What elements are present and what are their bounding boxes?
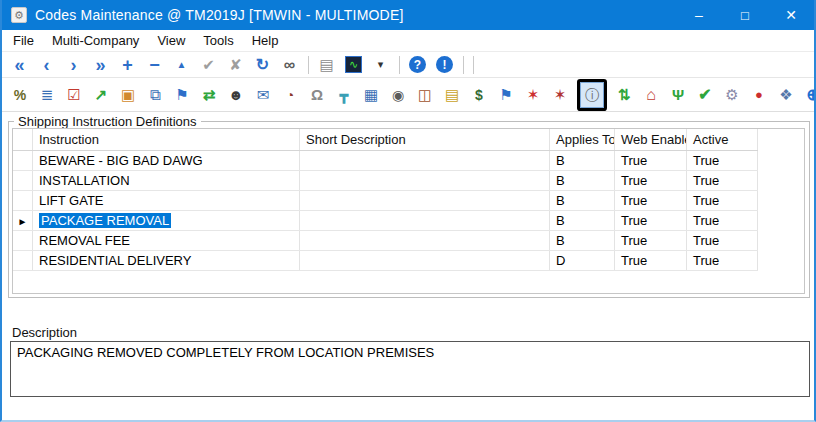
export-card-button[interactable]: ⇄	[197, 82, 221, 108]
grid-header-row: Instruction Short Description Applies To…	[13, 129, 758, 151]
add-record-button[interactable]: +	[116, 53, 139, 76]
row-selector-cell	[13, 231, 33, 250]
column-header-short-description[interactable]: Short Description	[300, 129, 550, 150]
next-record-button[interactable]: ›	[62, 53, 85, 76]
print-icon: ▤	[318, 56, 335, 73]
horseshoe-icon: Ω	[309, 86, 326, 103]
flag-button[interactable]: ⚑	[170, 82, 194, 108]
row-selector-cell	[13, 151, 33, 170]
refresh-button[interactable]: ↻	[251, 53, 274, 76]
selected-cell-text: PACKAGE REMOVAL	[39, 213, 171, 228]
print-button[interactable]: ▤	[315, 53, 338, 76]
column-header-active[interactable]: Active	[687, 129, 758, 150]
cell-web-enabled: True	[615, 171, 687, 190]
table-row[interactable]: REMOVAL FEEBTrueTrue	[13, 231, 758, 251]
network-button[interactable]: ✶	[548, 82, 572, 108]
monitor-dropdown-button[interactable]: ▾	[369, 53, 392, 76]
checklist-button[interactable]: ☑	[62, 82, 86, 108]
save-icon: ✔	[200, 56, 217, 73]
globe-button[interactable]: ⊕	[801, 82, 816, 108]
transfer-button[interactable]: ⇅	[612, 82, 636, 108]
cell-web-enabled: True	[615, 191, 687, 210]
org-chart-button[interactable]: ┳	[332, 82, 356, 108]
camera-button[interactable]: ◉	[386, 82, 410, 108]
menu-item-file[interactable]: File	[4, 30, 43, 51]
row-selector-cell: ►	[13, 211, 33, 230]
column-header-instruction[interactable]: Instruction	[33, 129, 300, 150]
menu-bar: FileMulti-CompanyViewToolsHelp	[2, 30, 814, 52]
gauge-icon: ◔	[282, 86, 299, 103]
edit-record-icon: ▲	[173, 56, 190, 73]
help-button[interactable]: ?	[406, 53, 429, 76]
cell-short-description	[300, 231, 550, 250]
notes-button[interactable]: ≣	[35, 82, 59, 108]
menu-item-tools[interactable]: Tools	[194, 30, 242, 51]
horseshoe-button[interactable]: Ω	[305, 82, 329, 108]
grid-columns-block: Instruction Short Description Applies To…	[13, 129, 758, 271]
mail-check-button[interactable]: ✉	[251, 82, 275, 108]
cancel-button[interactable]: ✘	[224, 53, 247, 76]
shipping-instructions-button[interactable]: ⓘ	[580, 82, 604, 108]
flag-icon: ⚑	[174, 86, 191, 103]
routing-flag-button[interactable]: ⚑	[494, 82, 518, 108]
gauge-button[interactable]: ◔	[278, 82, 302, 108]
find-button[interactable]: ∞	[278, 53, 301, 76]
table-row[interactable]: BEWARE - BIG BAD DAWGBTrueTrue	[13, 151, 758, 171]
car-button[interactable]: ●	[747, 82, 771, 108]
shipping-instruction-definitions-group: Shipping Instruction Definitions Instruc…	[8, 121, 810, 298]
chart-button[interactable]: ↗	[89, 82, 113, 108]
shipping-instructions-grid[interactable]: Instruction Short Description Applies To…	[12, 128, 805, 294]
next-record-icon: ›	[65, 56, 82, 74]
table-row[interactable]: LIFT GATEBTrueTrue	[13, 191, 758, 211]
cell-active: True	[687, 211, 758, 230]
calendar-icon: ▦	[363, 86, 380, 103]
toolbar-separator	[399, 56, 400, 74]
table-row[interactable]: RESIDENTIAL DELIVERYDTrueTrue	[13, 251, 758, 271]
gears-button[interactable]: ⚙	[720, 82, 744, 108]
compass-button[interactable]: ❖	[774, 82, 798, 108]
table-row[interactable]: ►PACKAGE REMOVALBTrueTrue	[13, 211, 758, 231]
approve-button[interactable]: ✔	[693, 82, 717, 108]
previous-record-button[interactable]: ‹	[35, 53, 58, 76]
menu-item-help[interactable]: Help	[243, 30, 288, 51]
supplies-button[interactable]: ▤	[440, 82, 464, 108]
calendar-button[interactable]: ▦	[359, 82, 383, 108]
gears-icon: ⚙	[724, 86, 741, 103]
close-button[interactable]: ✕	[768, 0, 814, 30]
cell-active: True	[687, 171, 758, 190]
compass-icon: ❖	[778, 86, 795, 103]
last-record-button[interactable]: »	[89, 53, 112, 76]
invoice-button[interactable]: $	[467, 82, 491, 108]
cell-applies-to: B	[550, 151, 615, 170]
package-button[interactable]: ▣	[116, 82, 140, 108]
copy-check-button[interactable]: ⧉	[143, 82, 167, 108]
home-button[interactable]: ⌂	[639, 82, 663, 108]
about-button[interactable]: !	[433, 53, 456, 76]
cell-active: True	[687, 251, 758, 270]
save-button[interactable]: ✔	[197, 53, 220, 76]
delete-record-button[interactable]: −	[143, 53, 166, 76]
first-record-button[interactable]: «	[8, 53, 31, 76]
table-row[interactable]: INSTALLATIONBTrueTrue	[13, 171, 758, 191]
description-field[interactable]: PACKAGING REMOVED COMPLETELY FROM LOCATI…	[10, 341, 810, 397]
minimize-button[interactable]: –	[676, 0, 722, 30]
maximize-button[interactable]: □	[722, 0, 768, 30]
store-button[interactable]: ◫	[413, 82, 437, 108]
cell-web-enabled: True	[615, 231, 687, 250]
package-icon: ▣	[120, 86, 137, 103]
person-button[interactable]: ☻	[224, 82, 248, 108]
column-header-applies-to[interactable]: Applies To	[550, 129, 615, 150]
tree-button[interactable]: Ψ	[666, 82, 690, 108]
column-header-web-enabled[interactable]: Web Enabled	[615, 129, 687, 150]
edit-record-button[interactable]: ▲	[170, 53, 193, 76]
monitor-button[interactable]: ∿	[342, 53, 365, 76]
menu-item-view[interactable]: View	[148, 30, 194, 51]
cell-instruction: INSTALLATION	[33, 171, 300, 190]
previous-record-icon: ‹	[38, 56, 55, 74]
menu-item-multi-company[interactable]: Multi-Company	[43, 30, 148, 51]
cell-short-description	[300, 251, 550, 270]
cell-instruction: REMOVAL FEE	[33, 231, 300, 250]
percent-button[interactable]: %	[8, 82, 32, 108]
network-error-button[interactable]: ✶	[521, 82, 545, 108]
percent-icon: %	[12, 86, 29, 103]
